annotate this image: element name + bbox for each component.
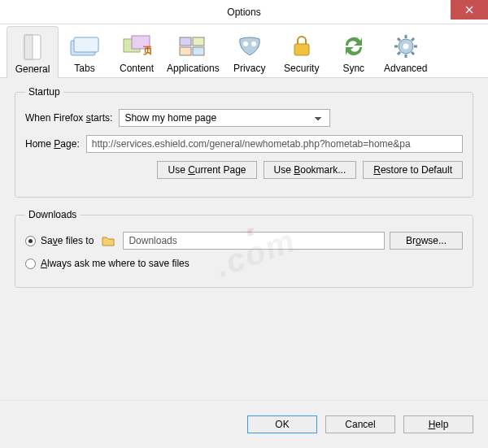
restore-default-button[interactable]: Restore to Default	[363, 161, 463, 179]
svg-rect-9	[180, 37, 191, 46]
use-current-page-button[interactable]: Use Current Page	[157, 161, 256, 179]
tab-security[interactable]: Security	[276, 26, 328, 77]
dialog-footer: OK Cancel Help	[0, 400, 488, 448]
tab-advanced[interactable]: Advanced	[380, 26, 432, 77]
tab-tabs[interactable]: Tabs	[59, 26, 111, 77]
window-title: Options	[227, 7, 260, 18]
tab-label: Advanced	[384, 61, 427, 74]
content-icon: 页	[122, 32, 151, 61]
svg-rect-11	[180, 47, 191, 55]
tab-applications[interactable]: Applications	[163, 26, 224, 77]
gear-icon	[394, 32, 418, 61]
tab-label: Sync	[342, 61, 364, 74]
when-starts-label: When Firefox starts:	[25, 112, 112, 124]
tab-label: Security	[284, 61, 319, 74]
tab-label: General	[15, 62, 50, 75]
tab-sync[interactable]: Sync	[328, 26, 380, 77]
switch-icon	[21, 33, 44, 62]
download-folder-field[interactable]: Downloads	[123, 232, 385, 250]
options-content: PCrisk .com Startup When Firefox starts:…	[0, 78, 488, 436]
svg-rect-10	[193, 37, 204, 46]
always-ask-label: Always ask me where to save files	[41, 258, 190, 269]
svg-point-14	[251, 41, 256, 46]
svg-line-24	[412, 38, 414, 41]
applications-icon	[178, 32, 207, 61]
downloads-legend: Downloads	[25, 209, 80, 220]
sync-icon	[342, 32, 366, 61]
svg-rect-3	[24, 35, 33, 59]
close-icon	[465, 6, 473, 14]
home-page-input[interactable]	[86, 135, 463, 153]
folder-tabs-icon	[69, 32, 100, 61]
close-button[interactable]	[451, 0, 488, 20]
svg-line-22	[398, 38, 400, 41]
category-toolbar: General Tabs 页 Content Applications Priv…	[0, 24, 488, 78]
radio-icon	[25, 259, 36, 269]
cancel-button[interactable]: Cancel	[325, 415, 395, 433]
svg-point-13	[243, 41, 248, 46]
tab-privacy[interactable]: Privacy	[224, 26, 276, 77]
mask-icon	[237, 32, 263, 61]
always-ask-radio[interactable]: Always ask me where to save files	[25, 258, 463, 269]
startup-legend: Startup	[25, 86, 63, 98]
svg-text:页: 页	[142, 45, 151, 56]
ok-button[interactable]: OK	[247, 415, 317, 433]
svg-line-23	[412, 52, 414, 54]
when-starts-select[interactable]: Show my home page	[119, 109, 330, 127]
tab-label: Content	[120, 61, 154, 74]
startup-group: Startup When Firefox starts: Show my hom…	[15, 86, 473, 198]
svg-rect-5	[74, 37, 98, 52]
radio-icon	[25, 236, 36, 246]
svg-point-17	[403, 44, 408, 50]
svg-rect-15	[294, 44, 309, 55]
svg-rect-12	[193, 47, 204, 55]
tab-label: Privacy	[233, 61, 265, 74]
downloads-group: Downloads Save files to Downloads Browse…	[15, 209, 473, 288]
save-files-to-radio[interactable]: Save files to Downloads Browse...	[25, 232, 463, 250]
folder-icon	[102, 235, 115, 246]
svg-line-25	[398, 52, 400, 54]
help-button[interactable]: Help	[403, 415, 473, 433]
tab-general[interactable]: General	[7, 26, 59, 78]
save-files-to-label: Save files to	[41, 235, 94, 246]
lock-icon	[291, 32, 312, 61]
tab-label: Tabs	[74, 61, 94, 74]
browse-button[interactable]: Browse...	[390, 232, 463, 250]
tab-content[interactable]: 页 Content	[111, 26, 163, 77]
tab-label: Applications	[167, 61, 220, 74]
titlebar: Options	[0, 0, 488, 24]
use-bookmark-button[interactable]: Use Bookmark...	[264, 161, 357, 179]
home-page-label: Home Page:	[25, 138, 80, 150]
